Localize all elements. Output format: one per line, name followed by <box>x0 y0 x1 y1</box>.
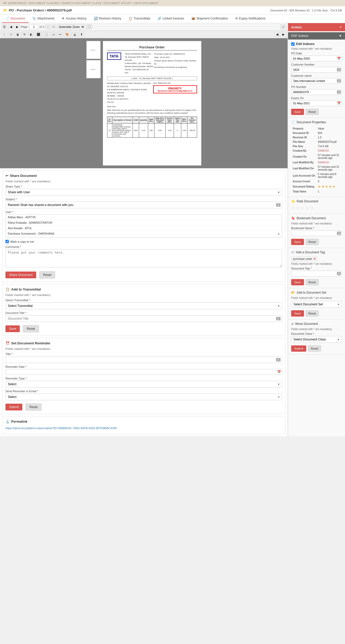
po-number-input[interactable] <box>291 89 342 95</box>
customer-number-input[interactable] <box>291 67 342 73</box>
set-select[interactable]: Select Document Set <box>291 301 342 308</box>
pdf-zoom-select[interactable]: Automatic Zoom 50% 75% 100% 150% <box>57 24 85 29</box>
pdf-stamp[interactable]: ⬛ <box>35 32 42 37</box>
edit-indexes-checkbox[interactable] <box>291 42 295 46</box>
tag-save-button[interactable]: Save <box>291 279 304 285</box>
rate-star-3[interactable]: ☆ <box>301 205 305 211</box>
tab-access-history[interactable]: 👁 Access History <box>58 15 90 23</box>
tag-a-button[interactable]: A <box>337 272 341 275</box>
tab-shipment-confirmation[interactable]: 📦 Shipment Confirmation <box>188 15 232 23</box>
doc-title-a-button[interactable]: A <box>276 317 281 320</box>
rate-star-1[interactable]: ☆ <box>291 205 295 211</box>
set-save-button[interactable]: Save <box>291 310 304 317</box>
customer-number-a-button[interactable]: A <box>337 68 341 72</box>
expiry-on-input[interactable] <box>291 100 342 106</box>
pdf-thumbnail-2[interactable]: Page 2 <box>86 60 101 78</box>
pdf-download[interactable]: ⬇ <box>79 32 84 37</box>
comments-textarea[interactable] <box>5 249 282 267</box>
subject-input[interactable] <box>5 202 282 208</box>
pdf-stamp2[interactable]: ⬜ <box>43 32 50 37</box>
tag-input[interactable] <box>291 271 342 276</box>
po-number-a-button[interactable]: A <box>337 91 341 94</box>
last-modified-by-link[interactable]: RAMESH <box>318 161 329 164</box>
transmittal-reset-button[interactable]: Reset <box>23 325 39 332</box>
user-item-4[interactable]: Darshana Surywanshi - DARSHANA <box>6 231 282 236</box>
edit-indexes-reset-button[interactable]: Reset <box>305 109 319 115</box>
tab-revision-history[interactable]: 🔄 Revision History <box>90 15 125 23</box>
pdf-rotate-cw[interactable]: ↻ <box>22 32 27 37</box>
pdf-next-page[interactable]: ▶ <box>15 24 20 29</box>
tab-document[interactable]: 📄 Document <box>2 15 29 23</box>
pdf-prev-page[interactable]: ◀ <box>8 24 14 29</box>
breadcrumb-item-2[interactable]: DOCUMENT CLASSES <box>29 2 59 5</box>
reminder-title-a-button[interactable]: A <box>276 358 281 362</box>
move-submit-button[interactable]: Submit <box>291 345 306 352</box>
doc-title-input[interactable] <box>5 315 282 322</box>
pdf-zoom-out[interactable]: − <box>45 24 50 29</box>
pdf-expand[interactable]: ⤢ <box>281 24 286 29</box>
reminder-submit-button[interactable]: Submit <box>5 404 22 410</box>
pdf-select-tool[interactable]: ⊹ <box>8 32 14 37</box>
select-transmittal-select[interactable]: Select Transmittal <box>5 302 282 309</box>
bookmark-name-input[interactable] <box>291 230 342 236</box>
reminder-title-input[interactable] <box>5 356 282 363</box>
set-reset-button[interactable]: Reset <box>305 310 319 317</box>
bookmark-save-button[interactable]: Save <box>291 239 304 245</box>
permalink-url[interactable]: https://demo.krystaldms.in/permalink?ID=… <box>5 426 282 431</box>
rate-stars-row[interactable]: ☆ ☆ ☆ ☆ ☆ <box>291 205 342 211</box>
rate-star-5[interactable]: ☆ <box>310 205 314 211</box>
tab-attachments[interactable]: 📎 Attachments <box>29 15 58 23</box>
reminder-date-calendar-icon[interactable]: 📅 <box>277 370 281 374</box>
mark-copy-checkbox[interactable] <box>5 240 9 243</box>
pdf-sidebar-toggle[interactable]: ☰ <box>2 24 7 29</box>
bookmark-reset-button[interactable]: Reset <box>305 239 319 245</box>
pdf-highlight[interactable]: ◐ <box>28 32 34 37</box>
tag-reset-button[interactable]: Reset <box>305 279 319 285</box>
share-document-button[interactable]: Share Document <box>5 272 36 278</box>
user-item-2[interactable]: Rahul Kubadia - ADMINISTRATOR <box>6 220 282 226</box>
breadcrumb-item-5[interactable]: VIEW DOCUMENT <box>134 2 159 5</box>
created-by-link[interactable]: RAMESH <box>318 149 329 152</box>
edit-indexes-save-button[interactable]: Save <box>291 109 304 115</box>
share-reset-button[interactable]: Reset <box>39 271 55 279</box>
transmittal-save-button[interactable]: Save <box>5 325 20 332</box>
share-type-select[interactable]: Share with User Share with Group Share w… <box>5 189 282 196</box>
action-bar[interactable]: Action ▼ <box>288 23 345 31</box>
pdf-page-input[interactable]: 1 <box>29 24 38 29</box>
tab-expiry-notifications[interactable]: ✉ Expiry Notifications <box>232 15 269 23</box>
pdf-thumbnail-1[interactable]: Page 1 <box>86 41 101 59</box>
pdf-fullscreen[interactable]: ⛶ <box>86 24 92 29</box>
tag-remove-button[interactable]: ✕ <box>313 257 316 261</box>
rate-star-2[interactable]: ☆ <box>296 205 300 211</box>
customer-name-input[interactable] <box>291 78 342 84</box>
pdf-color[interactable]: 🎨 <box>64 32 71 37</box>
pdf-actions-bar[interactable]: PDF Actions ▼ <box>288 32 345 40</box>
pdf-zoom-in[interactable]: + <box>51 24 56 29</box>
send-reminder-select[interactable]: Select <box>5 394 282 400</box>
tab-linked-invoices[interactable]: 🔗 Linked Invoices <box>154 15 188 23</box>
user-select-box[interactable]: Aditya Maru - ADITYA Rahul Kubadia - ADM… <box>5 214 282 238</box>
pdf-rect[interactable]: ▭ <box>51 32 56 37</box>
move-class-select[interactable]: Select Document Class <box>291 336 342 343</box>
pdf-hand-tool[interactable]: ☞ <box>2 32 7 37</box>
tab-transmittals[interactable]: 📋 Transmittals <box>125 15 154 23</box>
breadcrumb-item-3[interactable]: SEARCH DOCUMENT CLASS <box>62 2 101 5</box>
move-reset-button[interactable]: Reset <box>308 345 321 352</box>
pdf-delete[interactable]: 🗑 <box>15 32 21 37</box>
po-date-calendar-icon[interactable]: 📅 <box>337 57 341 60</box>
reminder-reset-button[interactable]: Reset <box>25 403 41 411</box>
subject-a-button[interactable]: A <box>276 203 281 207</box>
expiry-on-calendar-icon[interactable]: 📅 <box>337 101 341 105</box>
breadcrumb-item-1[interactable]: MY WORKSPACE <box>3 2 27 5</box>
user-item-3[interactable]: Atul Aswale - ATUL <box>6 226 282 231</box>
reminder-type-select[interactable]: Select <box>5 381 282 388</box>
pdf-undo[interactable]: ↩ <box>57 32 63 37</box>
breadcrumb-item-4[interactable]: DOCUMENT HITLIST <box>103 2 131 5</box>
po-date-input[interactable] <box>291 56 342 61</box>
pdf-next2[interactable]: ▶ <box>281 32 286 37</box>
bookmark-a-button[interactable]: A <box>337 232 341 235</box>
pdf-prev2[interactable]: ◀ <box>275 32 280 37</box>
customer-name-a-button[interactable]: A <box>337 79 341 83</box>
rate-star-4[interactable]: ☆ <box>305 205 309 211</box>
user-item-1[interactable]: Aditya Maru - ADITYA <box>6 215 282 220</box>
